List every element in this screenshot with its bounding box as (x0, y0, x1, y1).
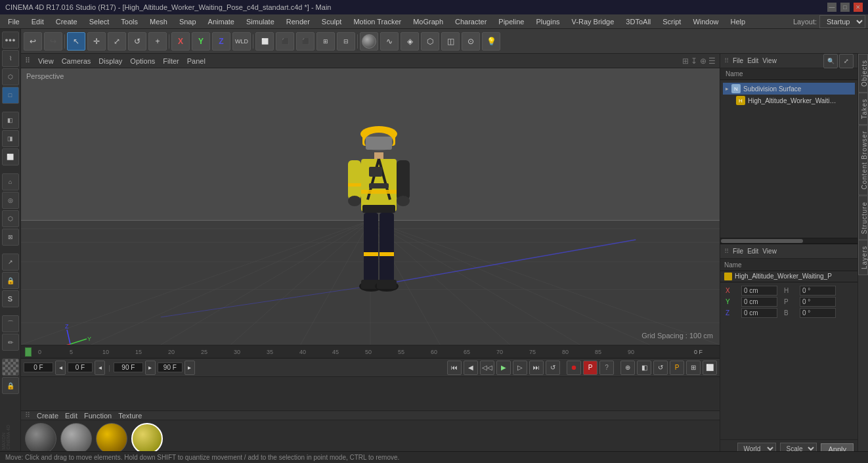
obj-deform[interactable]: ⬡ (421, 32, 439, 51)
timeline-extra-4[interactable]: P (670, 361, 684, 375)
timeline-extra-1[interactable]: ⊕ (620, 361, 635, 375)
tool-5[interactable]: ◎ (2, 192, 19, 209)
frame-end-input[interactable] (114, 363, 143, 372)
axis-y[interactable]: Y (192, 32, 210, 51)
tool-points[interactable]: ●●● (2, 32, 19, 49)
menu-motion-tracker[interactable]: Motion Tracker (348, 16, 406, 27)
attr-menu-file[interactable]: File (733, 248, 743, 255)
tool-8[interactable]: ↗ (2, 254, 19, 271)
obj-nurbs[interactable]: ◈ (401, 32, 419, 51)
frame-end2-input[interactable] (158, 363, 183, 372)
viewport-menu-display[interactable]: Display (98, 57, 122, 65)
materials-menu-edit[interactable]: Edit (65, 412, 77, 420)
go-end-button[interactable]: ⏭ (529, 361, 544, 375)
play-reverse-button[interactable]: ◁◁ (480, 361, 494, 375)
obj-scene[interactable]: ◫ (441, 32, 460, 51)
viewport-menu-cameras[interactable]: Cameras (62, 57, 91, 65)
tool-3[interactable]: ⬜ (2, 148, 19, 165)
axis-z[interactable]: Z (212, 32, 230, 51)
menu-tools[interactable]: Tools (116, 16, 143, 27)
record-pos-button[interactable]: P (583, 361, 597, 375)
loop-button[interactable]: ↺ (546, 361, 560, 375)
maximize-button[interactable]: □ (840, 3, 850, 12)
timeline-extra-3[interactable]: ↺ (653, 361, 668, 375)
menu-3dtoall[interactable]: 3DToAll (620, 16, 656, 27)
tool-s[interactable]: S (2, 290, 19, 307)
tab-objects[interactable]: Objects (858, 54, 868, 93)
tool-move[interactable]: ✛ (87, 32, 106, 51)
tool-7[interactable]: ⊠ (2, 229, 19, 246)
viewport-layout-3[interactable]: ⬛ (296, 32, 315, 51)
obj-spline[interactable]: ∿ (380, 32, 399, 51)
viewport-layout-1[interactable]: ⬜ (255, 32, 274, 51)
object-item-subdivision[interactable]: ▸ N Subdivision Surface (723, 83, 855, 95)
menu-render[interactable]: Render (281, 16, 315, 27)
redo-button[interactable]: ↪ (44, 32, 62, 51)
menu-help[interactable]: Help (726, 16, 751, 27)
play-button[interactable]: ▶ (496, 361, 511, 375)
next-frame-button[interactable]: ▷ (513, 361, 527, 375)
timeline-grid[interactable]: ⊞ (686, 361, 701, 375)
menu-character[interactable]: Character (450, 16, 492, 27)
objects-menu-file[interactable]: File (733, 57, 743, 64)
timeline-extra-2[interactable]: ◧ (637, 361, 651, 375)
viewport-menu-view[interactable]: View (38, 57, 54, 65)
record-q-button[interactable]: ? (599, 361, 614, 375)
frame-start-input[interactable] (68, 363, 93, 372)
menu-window[interactable]: Window (687, 16, 724, 27)
materials-menu-texture[interactable]: Texture (118, 412, 142, 420)
menu-file[interactable]: File (3, 16, 25, 27)
tool-polygon[interactable]: ⬡ (2, 68, 19, 85)
viewport-layout-2[interactable]: ⬛ (276, 32, 294, 51)
viewport-menu-panel[interactable]: Panel (187, 57, 206, 65)
objects-menu-edit[interactable]: Edit (747, 57, 758, 64)
attr-h-rot[interactable] (800, 286, 836, 296)
prev-frame-button[interactable]: ◀ (464, 361, 478, 375)
tool-edge[interactable]: ⌇ (2, 50, 19, 67)
timeline-extra-5[interactable]: ⬜ (703, 361, 717, 375)
tab-layers[interactable]: Layers (858, 240, 868, 275)
close-button[interactable]: ✕ (854, 3, 863, 12)
object-item-worker[interactable]: H High_Altitude_Worker_Waiting_ (723, 95, 855, 106)
attr-z-pos[interactable] (741, 308, 777, 318)
tool-2[interactable]: ◨ (2, 130, 19, 147)
tool-4[interactable]: ⌂ (2, 173, 19, 190)
frame-fwd-small[interactable]: ▸ (145, 361, 156, 375)
objects-scrollbar[interactable] (720, 238, 857, 243)
layout-dropdown[interactable]: Startup (819, 15, 865, 28)
menu-edit[interactable]: Edit (26, 16, 49, 27)
undo-button[interactable]: ↩ (24, 32, 42, 51)
frame-fwd-small2[interactable]: ▸ (184, 361, 195, 375)
menu-plugins[interactable]: Plugins (531, 16, 565, 27)
tab-content-browser[interactable]: Content Browser (858, 125, 868, 195)
menu-vray[interactable]: V-Ray Bridge (567, 16, 620, 27)
tool-bend[interactable]: ⌒ (2, 315, 19, 332)
tool-select[interactable]: ↖ (67, 32, 85, 51)
menu-create[interactable]: Create (51, 16, 83, 27)
tool-6[interactable]: ⬡ (2, 210, 19, 227)
tool-model[interactable]: □ (2, 87, 19, 104)
tool-lock2[interactable]: 🔒 (2, 377, 19, 394)
frame-prev-small2[interactable]: ◂ (95, 361, 105, 375)
go-start-button[interactable]: ⏮ (447, 361, 462, 375)
obj-expand-icon[interactable]: ⤢ (839, 54, 854, 68)
objects-menu-view[interactable]: View (762, 57, 777, 64)
menu-pipeline[interactable]: Pipeline (493, 16, 529, 27)
viewport[interactable]: Y Z X (21, 68, 720, 345)
minimize-button[interactable]: — (827, 3, 836, 12)
materials-menu-function[interactable]: Function (84, 412, 112, 420)
scrollbar-thumb-objects[interactable] (721, 239, 803, 243)
menu-simulate[interactable]: Simulate (241, 16, 280, 27)
menu-script[interactable]: Script (657, 16, 686, 27)
attr-menu-view[interactable]: View (762, 248, 777, 255)
obj-camera[interactable]: ⊙ (462, 32, 480, 51)
obj-null[interactable] (360, 32, 378, 51)
tool-transform-btn[interactable]: + (148, 32, 167, 51)
obj-light[interactable]: 💡 (482, 32, 500, 51)
viewport-layout-4[interactable]: ⊞ (316, 32, 335, 51)
menu-mograph[interactable]: MoGraph (408, 16, 448, 27)
frame-prev-small[interactable]: ◂ (55, 361, 66, 375)
tool-checker[interactable] (2, 359, 19, 376)
attr-y-pos[interactable] (741, 297, 777, 307)
obj-search-icon[interactable]: 🔍 (823, 54, 838, 68)
